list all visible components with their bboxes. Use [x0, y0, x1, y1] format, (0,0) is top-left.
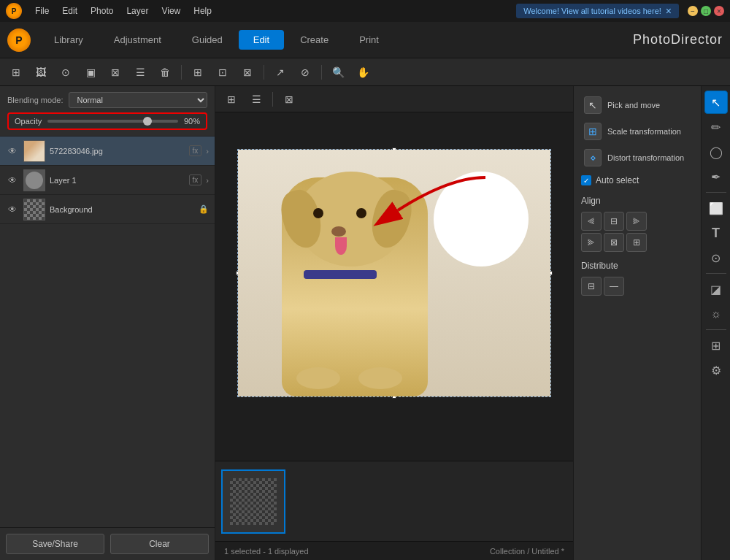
blend-mode-select[interactable]: Normal [69, 92, 207, 108]
strip-settings[interactable]: ⚙ [704, 358, 728, 382]
layer-thumb-1 [23, 169, 45, 191]
layer-item-1[interactable]: 👁 Layer 1 fx › [0, 166, 215, 195]
tab-library[interactable]: Library [39, 30, 98, 50]
menu-file[interactable]: File [29, 4, 55, 18]
menu-help[interactable]: Help [188, 4, 218, 18]
scale-transform-item[interactable]: ⊞ Scale transformation [577, 118, 698, 145]
canvas-tb-3[interactable]: ⊠ [279, 89, 299, 110]
auto-select-checkbox[interactable]: ✓ [581, 175, 591, 185]
layer-item-0[interactable]: 👁 572283046.jpg fx › [0, 137, 215, 166]
filter-btn[interactable]: ⊠ [105, 62, 126, 83]
layer-thumb-circle-1 [26, 172, 43, 189]
adjust-btn[interactable]: ⊘ [295, 62, 315, 83]
toolbar-sep-1 [181, 65, 182, 80]
save-share-button[interactable]: Save/Share [6, 534, 104, 554]
thumbnail-0[interactable] [221, 469, 285, 534]
transform-btn[interactable]: ⊠ [237, 62, 258, 83]
layer-thumb-0 [23, 140, 45, 162]
tab-create[interactable]: Create [285, 30, 343, 50]
layers-panel[interactable]: ☰ [130, 62, 150, 83]
align-center-h[interactable]: ⊟ [604, 212, 624, 231]
menu-photo[interactable]: Photo [85, 4, 119, 18]
auto-select-label: Auto select [596, 175, 639, 185]
notification-close[interactable]: × [666, 5, 672, 17]
layer-eye-2[interactable]: 👁 [6, 203, 19, 216]
maximize-button[interactable]: □ [701, 6, 711, 16]
title-bar: P File Edit Photo Layer View Help Welcom… [0, 0, 730, 22]
blend-mode-label: Blending mode: [7, 96, 63, 104]
align-top[interactable]: ⫸ [581, 233, 602, 252]
menu-layer[interactable]: Layer [120, 4, 154, 18]
status-left: 1 selected - 1 displayed [224, 547, 309, 556]
canvas-tb-2[interactable]: ☰ [246, 89, 266, 110]
rect-select[interactable]: ▣ [80, 62, 101, 83]
strip-pick-move[interactable]: ↖ [704, 91, 728, 114]
right-panel: ↖ Pick and move ⊞ Scale transformation ⋄… [573, 86, 701, 560]
close-button[interactable]: × [714, 6, 724, 16]
strip-eraser[interactable]: ◯ [704, 140, 728, 164]
brush-tool[interactable]: ⊙ [55, 62, 76, 83]
distort-transform-icon: ⋄ [584, 149, 602, 166]
zoom-btn[interactable]: 🔍 [328, 62, 348, 83]
opacity-label: Opacity [15, 117, 42, 126]
distribute-h[interactable]: ⊟ [581, 277, 602, 296]
dog-eye-left [313, 208, 323, 218]
tab-guided[interactable]: Guided [177, 30, 237, 50]
layer-item-2[interactable]: 👁 Background 🔒 [0, 195, 215, 224]
scale-transform-icon: ⊞ [584, 123, 602, 140]
nav-tabs: Library Adjustment Guided Edit Create Pr… [39, 30, 630, 50]
opacity-value: 90% [184, 117, 200, 126]
align-bottom[interactable]: ⊞ [626, 233, 647, 252]
menu-view[interactable]: View [155, 4, 186, 18]
pan-btn[interactable]: ✋ [353, 62, 373, 83]
layer-fx-0[interactable]: fx [189, 145, 202, 156]
app-logo: P [6, 3, 22, 19]
strip-shape[interactable]: ⬜ [704, 196, 728, 220]
layer-eye-0[interactable]: 👁 [6, 145, 19, 158]
distort-transform-item[interactable]: ⋄ Distort transformation [577, 145, 698, 171]
strip-layers[interactable]: ⊞ [704, 334, 728, 357]
pick-move-item[interactable]: ↖ Pick and move [577, 92, 698, 118]
menu-edit[interactable]: Edit [56, 4, 83, 18]
layer-arrow-1: › [206, 176, 209, 185]
clear-button[interactable]: Clear [110, 534, 209, 554]
align-title: Align [574, 193, 701, 209]
image-btn[interactable]: 🖼 [31, 62, 51, 83]
layer-fx-1[interactable]: fx [189, 174, 202, 185]
grid-btn[interactable]: ⊞ [188, 62, 208, 83]
strip-pen[interactable]: ✒ [704, 165, 728, 188]
canvas-sep [272, 92, 273, 107]
tab-adjustment[interactable]: Adjustment [99, 30, 176, 50]
select-layer-btn[interactable]: ⊞ [6, 62, 26, 83]
align-btn[interactable]: ⊡ [212, 62, 233, 83]
main-area: Blending mode: Normal Opacity 90% 👁 [0, 86, 730, 560]
align-center-v[interactable]: ⊠ [604, 233, 624, 252]
dog-collar [304, 270, 377, 279]
strip-crop[interactable]: ◪ [704, 277, 728, 301]
layer-controls: Blending mode: Normal Opacity 90% [0, 86, 215, 137]
strip-adjust[interactable]: ☼ [704, 302, 728, 326]
delete-btn[interactable]: 🗑 [155, 62, 175, 83]
export-btn[interactable]: ↗ [270, 62, 291, 83]
strip-brush[interactable]: ✏ [704, 115, 728, 139]
toolbar-sep-3 [321, 65, 322, 80]
strip-text[interactable]: T [704, 221, 728, 245]
dog-tongue [335, 237, 347, 255]
layer-name-1: Layer 1 [50, 176, 185, 185]
layer-eye-1[interactable]: 👁 [6, 174, 19, 187]
tab-edit[interactable]: Edit [239, 30, 284, 50]
align-grid: ⫷ ⊟ ⫸ ⫸ ⊠ ⊞ [574, 209, 701, 255]
canvas-tb-1[interactable]: ⊞ [221, 89, 242, 110]
distribute-title: Distribute [574, 258, 701, 274]
align-left[interactable]: ⫷ [581, 212, 602, 231]
opacity-thumb [143, 117, 152, 126]
canvas-workspace[interactable] [215, 112, 573, 461]
minimize-button[interactable]: − [688, 6, 698, 16]
tab-print[interactable]: Print [345, 30, 393, 50]
nav-logo: P [7, 28, 31, 52]
opacity-slider[interactable] [47, 120, 178, 123]
strip-circle[interactable]: ⊙ [704, 246, 728, 269]
distribute-v[interactable]: — [604, 277, 624, 296]
align-right[interactable]: ⫸ [626, 212, 647, 231]
dog-nose [331, 226, 346, 237]
